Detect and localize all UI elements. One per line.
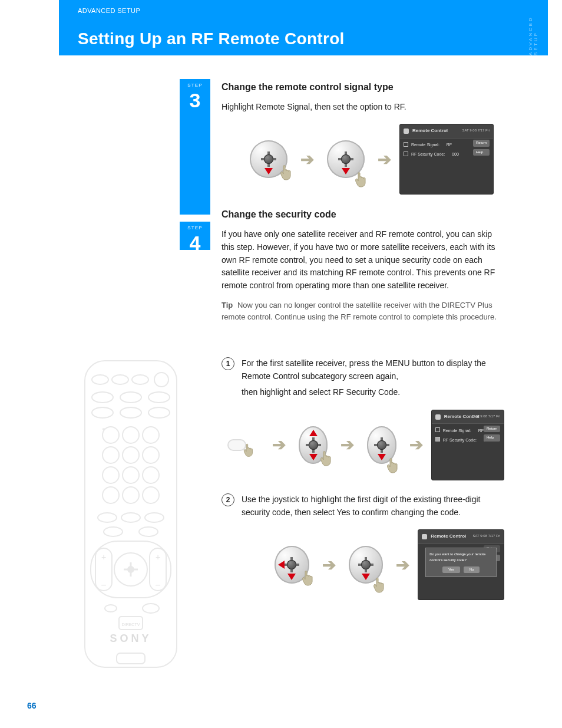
directv-logo-text: DIRECTV bbox=[122, 622, 140, 627]
dialog-yes: Yes bbox=[442, 566, 460, 573]
svg-point-11 bbox=[103, 427, 119, 443]
step-badge-column: Step 3 Step 4 bbox=[180, 79, 210, 243]
substep-1-icon-row: ➔ ➔ ➔ Remote Control SAT 9:08 7/17 Fri R… bbox=[227, 410, 504, 480]
arrow-right-icon: ➔ bbox=[272, 432, 286, 457]
shot-meta: SAT 9:08 7/17 Fri bbox=[462, 128, 490, 133]
shot-row1-value: RF bbox=[478, 428, 484, 434]
confirm-dialog: Do you want to change your remote contro… bbox=[425, 548, 497, 577]
pointer-hand-icon bbox=[353, 171, 373, 189]
svg-point-9 bbox=[120, 407, 141, 418]
step-label: Step bbox=[187, 83, 203, 88]
dpad-center-icon bbox=[367, 426, 396, 464]
shot-buttons: Return Help bbox=[473, 140, 490, 156]
arrow-right-icon: ➔ bbox=[300, 147, 314, 172]
svg-point-13 bbox=[143, 427, 159, 443]
pointer-hand-icon bbox=[300, 569, 320, 587]
substep-1: 1 For the first satellite receiver, pres… bbox=[222, 357, 504, 399]
shot-title: Remote Control bbox=[412, 127, 448, 134]
svg-point-24 bbox=[98, 513, 117, 522]
arrow-right-icon: ➔ bbox=[322, 552, 336, 578]
step-number: 4 bbox=[190, 233, 201, 253]
step-4-substeps: 1 For the first satellite receiver, pres… bbox=[222, 354, 504, 613]
tip-text: Now you can no longer control the satell… bbox=[222, 301, 497, 321]
tv-screenshot-remote-control: Remote Control SAT 9:08 7/17 Fri Return … bbox=[431, 410, 504, 480]
step-3-tip: Tip Now you can no longer control the sa… bbox=[222, 299, 504, 323]
pointer-hand-icon bbox=[371, 577, 391, 594]
dpad-center-icon bbox=[327, 140, 365, 178]
arrow-right-icon: ➔ bbox=[340, 432, 354, 457]
svg-point-27 bbox=[104, 527, 123, 536]
pointer-hand-icon bbox=[385, 457, 405, 475]
substep-1-text-b: then highlight and select RF Security Co… bbox=[242, 387, 400, 397]
svg-point-16 bbox=[143, 447, 159, 463]
pointer-hand-icon bbox=[318, 450, 338, 467]
shot-row1-label: Remote Signal: bbox=[443, 428, 471, 434]
svg-point-15 bbox=[123, 447, 139, 463]
shot-row1-value: RF bbox=[447, 142, 452, 149]
svg-rect-43 bbox=[117, 653, 145, 664]
substep-1-text-a: For the first satellite receiver, press … bbox=[242, 358, 486, 381]
arrow-right-icon: ➔ bbox=[409, 432, 423, 457]
step-badge-3: Step 3 bbox=[180, 79, 210, 215]
header-eyebrow: Advanced Setup bbox=[78, 7, 140, 14]
shot-row2-label: RF Security Code: bbox=[411, 151, 445, 158]
shot-title: Remote Control bbox=[431, 533, 466, 540]
dialog-question: Do you want to change your remote contro… bbox=[429, 552, 492, 563]
substep-2: 2 Use the joystick to highlight the firs… bbox=[222, 493, 504, 519]
svg-point-12 bbox=[123, 427, 139, 443]
shot-meta: SAT 9:08 7/17 Fri bbox=[473, 414, 500, 419]
svg-point-17 bbox=[103, 467, 119, 483]
svg-point-19 bbox=[143, 467, 159, 483]
svg-point-20 bbox=[103, 487, 119, 503]
svg-point-3 bbox=[132, 375, 148, 384]
tv-screenshot-confirm-dialog: Remote Control SAT 9:08 7/17 Fri Return … bbox=[418, 529, 504, 600]
arrow-right-icon: ➔ bbox=[396, 552, 409, 578]
tv-screenshot-remote-control: Remote Control SAT 9:08 7/17 Fri Return … bbox=[399, 124, 494, 195]
svg-point-18 bbox=[123, 467, 139, 483]
substep-2-text: Use the joystick to highlight the first … bbox=[242, 493, 504, 519]
tip-label: Tip bbox=[222, 301, 233, 309]
svg-point-1 bbox=[92, 375, 108, 384]
svg-point-14 bbox=[103, 447, 119, 463]
step-number: 3 bbox=[190, 90, 201, 110]
dialog-no: No bbox=[464, 566, 480, 573]
shot-return-button: Return bbox=[473, 140, 490, 146]
page-number: 66 bbox=[27, 701, 37, 710]
step-label: Step bbox=[187, 225, 203, 230]
svg-point-7 bbox=[148, 392, 170, 403]
svg-point-5 bbox=[92, 392, 113, 403]
svg-point-25 bbox=[121, 513, 140, 522]
step-3-heading: Change the remote control signal type bbox=[222, 80, 504, 95]
arrow-right-icon: ➔ bbox=[378, 147, 391, 172]
dpad-center-icon bbox=[349, 546, 384, 584]
page-header: Advanced Setup Setting Up an RF Remote C… bbox=[59, 0, 548, 55]
step-3-paragraph: Highlight Remote Signal, then set the op… bbox=[222, 101, 504, 114]
step-3-section: Change the remote control signal type Hi… bbox=[222, 80, 504, 330]
svg-point-6 bbox=[120, 392, 141, 403]
sony-logo-text: SONY bbox=[82, 633, 179, 645]
step-4-intro: If you have only one satellite receiver … bbox=[222, 228, 504, 292]
dpad-up-down-icon bbox=[299, 426, 328, 464]
svg-point-8 bbox=[92, 407, 113, 418]
svg-point-41 bbox=[143, 604, 159, 613]
dpad-down-icon bbox=[250, 140, 287, 178]
remote-control-illustration: .l{fill:none;stroke:#e8e8e8;stroke-width… bbox=[82, 358, 179, 671]
shot-row1-label: Remote Signal: bbox=[411, 142, 439, 149]
page-title: Setting Up an RF Remote Control bbox=[78, 29, 345, 48]
dpad-left-down-icon bbox=[275, 546, 309, 584]
pointer-hand-icon bbox=[242, 443, 259, 458]
shot-row2-value: 000 bbox=[452, 151, 459, 158]
svg-point-21 bbox=[123, 487, 139, 503]
svg-point-10 bbox=[148, 407, 170, 418]
svg-text:+: + bbox=[156, 552, 160, 562]
substep-number-2: 2 bbox=[222, 493, 234, 506]
svg-text:+: + bbox=[101, 552, 106, 562]
svg-point-26 bbox=[145, 513, 164, 522]
shot-meta: SAT 9:08 7/17 Fri bbox=[473, 533, 500, 539]
svg-point-4 bbox=[154, 373, 168, 387]
shot-row2-label: RF Security Code: bbox=[443, 437, 477, 444]
svg-point-2 bbox=[112, 375, 128, 384]
substep-number-1: 1 bbox=[222, 357, 234, 370]
svg-point-22 bbox=[143, 487, 159, 503]
step-4-heading: Change the security code bbox=[222, 207, 504, 222]
